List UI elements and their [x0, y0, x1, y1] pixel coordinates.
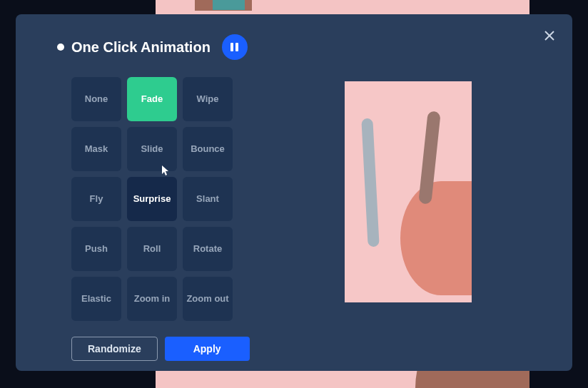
animation-option[interactable]: Fly [71, 177, 121, 221]
animation-option[interactable]: Bounce [183, 127, 233, 171]
close-button[interactable] [541, 27, 558, 44]
animation-option[interactable]: Zoom out [183, 277, 233, 321]
animation-option[interactable]: Roll [127, 227, 177, 271]
preview-shape [400, 181, 472, 295]
animation-option[interactable]: Zoom in [127, 277, 177, 321]
modal-title: One Click Animation [71, 39, 211, 56]
bg-shape [213, 0, 245, 10]
close-icon [544, 30, 555, 41]
animation-modal: One Click Animation NoneFadeWipeMaskSlid… [16, 14, 572, 371]
animation-option[interactable]: Rotate [183, 227, 233, 271]
preview-shape [361, 118, 379, 247]
preview-area [265, 77, 551, 361]
animation-option[interactable]: Mask [71, 127, 121, 171]
animation-option[interactable]: Push [71, 227, 121, 271]
animation-option[interactable]: Surprise [127, 177, 177, 221]
pause-button[interactable] [222, 34, 248, 60]
randomize-button[interactable]: Randomize [71, 337, 158, 361]
modal-footer: Randomize Apply [71, 337, 237, 361]
pause-icon [230, 43, 238, 51]
animation-option[interactable]: Slant [183, 177, 233, 221]
animation-option[interactable]: Elastic [71, 277, 121, 321]
animation-option[interactable]: Wipe [183, 77, 233, 121]
title-bullet-icon [57, 44, 64, 51]
modal-content: NoneFadeWipeMaskSlideBounceFlySurpriseSl… [37, 77, 551, 361]
preview-canvas [345, 81, 472, 302]
modal-header: One Click Animation [37, 34, 551, 60]
animation-option[interactable]: None [71, 77, 121, 121]
animation-option[interactable]: Slide [127, 127, 177, 171]
animation-option[interactable]: Fade [127, 77, 177, 121]
apply-button[interactable]: Apply [165, 337, 250, 361]
animation-grid: NoneFadeWipeMaskSlideBounceFlySurpriseSl… [71, 77, 237, 321]
